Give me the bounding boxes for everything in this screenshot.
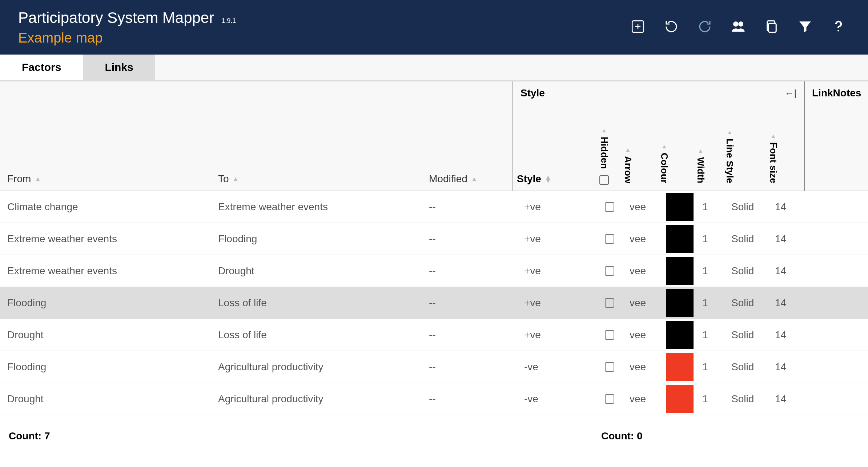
- col-header-to[interactable]: To: [218, 173, 229, 185]
- tab-factors[interactable]: Factors: [0, 55, 83, 80]
- cell-width: 1: [702, 201, 708, 213]
- help-icon[interactable]: [831, 19, 846, 36]
- cell-style: +ve: [524, 201, 541, 213]
- group-header-linknotes[interactable]: LinkNotes: [805, 81, 868, 191]
- sort-caret-icon[interactable]: ▲: [601, 127, 607, 134]
- cell-modified: --: [429, 233, 436, 245]
- cell-style: +ve: [524, 265, 541, 277]
- cell-fontsize: 14: [775, 233, 786, 245]
- cell-from: Flooding: [7, 361, 46, 373]
- svg-point-3: [733, 21, 738, 27]
- col-header-from[interactable]: From: [7, 173, 31, 185]
- table-row[interactable]: DroughtLoss of life--+vevee1Solid14: [0, 319, 868, 351]
- cell-modified: --: [429, 297, 436, 309]
- cell-arrow: vee: [630, 265, 646, 277]
- cell-modified: --: [429, 361, 436, 373]
- colour-swatch[interactable]: [666, 257, 694, 285]
- sort-caret-icon[interactable]: ▲: [771, 133, 776, 139]
- cell-fontsize: 14: [775, 265, 786, 277]
- cell-arrow: vee: [630, 361, 646, 373]
- hidden-checkbox[interactable]: [605, 394, 614, 404]
- sort-caret-icon[interactable]: ▲: [698, 148, 704, 154]
- count-left-label: Count:: [9, 430, 41, 442]
- count-left-value: 7: [44, 430, 50, 442]
- col-header-width[interactable]: Width: [695, 157, 706, 185]
- sort-caret-icon[interactable]: ▲▼: [545, 175, 551, 183]
- hidden-header-checkbox[interactable]: [599, 175, 609, 185]
- copy-icon[interactable]: [764, 19, 779, 36]
- cell-width: 1: [702, 329, 708, 341]
- table-row[interactable]: FloodingAgricultural productivity---veve…: [0, 351, 868, 383]
- count-right-value: 0: [637, 430, 643, 442]
- cell-to: Extreme weather events: [218, 201, 328, 213]
- users-icon[interactable]: [731, 19, 746, 36]
- cell-modified: --: [429, 201, 436, 213]
- colour-swatch[interactable]: [666, 321, 694, 349]
- cell-linestyle: Solid: [731, 361, 754, 373]
- cell-from: Climate change: [7, 201, 78, 213]
- table-row[interactable]: Climate changeExtreme weather events--+v…: [0, 191, 868, 223]
- add-icon[interactable]: [630, 19, 646, 36]
- sort-caret-icon[interactable]: ▲: [35, 175, 41, 183]
- cell-modified: --: [429, 329, 436, 341]
- sort-caret-icon[interactable]: ▲: [233, 175, 239, 183]
- colour-swatch[interactable]: [666, 193, 694, 221]
- cell-linestyle: Solid: [731, 265, 754, 277]
- col-header-colour[interactable]: Colour: [659, 153, 670, 185]
- cell-modified: --: [429, 393, 436, 405]
- col-header-arrow[interactable]: Arrow: [622, 156, 634, 185]
- redo-icon[interactable]: [697, 19, 712, 36]
- sort-caret-icon[interactable]: ▲: [625, 147, 631, 153]
- col-header-linestyle[interactable]: Line Style: [724, 139, 735, 185]
- col-header-fontsize[interactable]: Font size: [768, 142, 779, 185]
- cell-width: 1: [702, 297, 708, 309]
- colour-swatch[interactable]: [666, 289, 694, 317]
- col-header-modified[interactable]: Modified: [429, 173, 467, 185]
- cell-to: Agricultural productivity: [218, 393, 323, 405]
- table-row[interactable]: DroughtAgricultural productivity---vevee…: [0, 383, 868, 415]
- hidden-checkbox[interactable]: [605, 298, 614, 308]
- sort-caret-icon[interactable]: ▲: [662, 143, 667, 150]
- cell-arrow: vee: [630, 393, 646, 405]
- cell-style: -ve: [524, 393, 538, 405]
- filter-icon[interactable]: [797, 19, 813, 36]
- table-row[interactable]: FloodingLoss of life--+vevee1Solid14: [0, 287, 868, 319]
- cell-to: Drought: [218, 265, 254, 277]
- colour-swatch[interactable]: [666, 385, 694, 413]
- cell-style: -ve: [524, 361, 538, 373]
- hidden-checkbox[interactable]: [605, 202, 614, 212]
- collapse-arrow-icon[interactable]: ←|: [785, 88, 797, 99]
- group-header-style: Style: [521, 87, 545, 99]
- table-row[interactable]: Extreme weather eventsFlooding--+vevee1S…: [0, 223, 868, 255]
- grid-header: From▲ To▲ Modified▲ Style ←| Style▲▼ ▲Hi…: [0, 81, 868, 191]
- colour-swatch[interactable]: [666, 225, 694, 253]
- sort-caret-icon[interactable]: ▲: [727, 129, 733, 136]
- cell-to: Flooding: [218, 233, 257, 245]
- tab-links[interactable]: Links: [83, 55, 155, 80]
- cell-width: 1: [702, 361, 708, 373]
- cell-fontsize: 14: [775, 393, 786, 405]
- svg-point-4: [738, 21, 743, 27]
- col-header-hidden[interactable]: Hidden: [599, 137, 610, 170]
- cell-arrow: vee: [630, 297, 646, 309]
- cell-style: +ve: [524, 233, 541, 245]
- hidden-checkbox[interactable]: [605, 330, 614, 340]
- cell-width: 1: [702, 393, 708, 405]
- data-grid: From▲ To▲ Modified▲ Style ←| Style▲▼ ▲Hi…: [0, 81, 868, 446]
- hidden-checkbox[interactable]: [605, 234, 614, 244]
- colour-swatch[interactable]: [666, 353, 694, 381]
- col-header-style[interactable]: Style: [517, 173, 541, 185]
- cell-linestyle: Solid: [731, 201, 754, 213]
- cell-from: Flooding: [7, 297, 46, 309]
- cell-to: Agricultural productivity: [218, 361, 323, 373]
- hidden-checkbox[interactable]: [605, 266, 614, 276]
- cell-fontsize: 14: [775, 297, 786, 309]
- rows-container: Climate changeExtreme weather events--+v…: [0, 191, 868, 446]
- table-row[interactable]: Extreme weather eventsDrought--+vevee1So…: [0, 255, 868, 287]
- cell-arrow: vee: [630, 201, 646, 213]
- cell-modified: --: [429, 265, 436, 277]
- undo-icon[interactable]: [664, 19, 679, 36]
- hidden-checkbox[interactable]: [605, 362, 614, 372]
- cell-fontsize: 14: [775, 361, 786, 373]
- sort-caret-icon[interactable]: ▲: [471, 175, 478, 183]
